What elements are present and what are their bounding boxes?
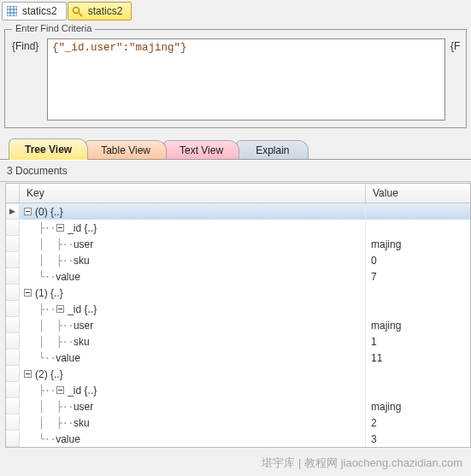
- row-key-cell[interactable]: └·· value: [20, 268, 366, 285]
- row-gutter[interactable]: [6, 350, 20, 366]
- tab-table-view[interactable]: Table View: [85, 140, 167, 159]
- top-tab-label: statics2: [88, 5, 123, 17]
- row-label: value: [56, 271, 80, 283]
- row-key-cell[interactable]: │├·· sku: [20, 252, 366, 268]
- tab-tree-view[interactable]: Tree View: [9, 138, 88, 160]
- collapse-icon[interactable]: [23, 369, 32, 379]
- svg-rect-0: [7, 6, 17, 16]
- row-key-cell[interactable]: ├·· _id {..}: [20, 382, 366, 398]
- table-row[interactable]: └·· value7: [6, 268, 470, 285]
- row-label: user: [74, 401, 93, 413]
- row-key-cell[interactable]: └·· value: [20, 350, 366, 366]
- row-gutter[interactable]: [6, 302, 20, 317]
- find-input[interactable]: {"_id.user":"majing"}: [47, 38, 445, 120]
- row-value-cell[interactable]: majing: [366, 320, 470, 332]
- document-count-status: 3 Documents: [0, 160, 471, 182]
- top-tab-statics2-1[interactable]: statics2: [2, 2, 67, 21]
- tab-explain[interactable]: Explain: [236, 140, 309, 159]
- row-gutter[interactable]: [6, 334, 20, 350]
- row-gutter[interactable]: [6, 432, 20, 447]
- row-key-cell[interactable]: └·· value: [20, 431, 366, 447]
- collapse-icon[interactable]: [56, 223, 65, 232]
- row-gutter[interactable]: [6, 220, 20, 236]
- row-label: sku: [74, 336, 90, 348]
- row-value-cell[interactable]: 2: [366, 417, 470, 429]
- row-key-cell[interactable]: ├·· _id {..}: [20, 220, 366, 236]
- row-label: (2) {..}: [35, 368, 63, 380]
- row-value-cell[interactable]: majing: [366, 401, 470, 413]
- table-row[interactable]: ▶(0) {..}: [6, 203, 470, 220]
- row-label: _id {..}: [68, 385, 97, 397]
- table-row[interactable]: ├·· _id {..}: [6, 301, 470, 317]
- tab-text-view[interactable]: Text View: [163, 140, 239, 159]
- svg-point-5: [74, 7, 79, 13]
- criteria-legend: Enter Find Criteria: [12, 23, 95, 33]
- row-gutter[interactable]: [6, 269, 20, 285]
- table-row[interactable]: ├·· _id {..}: [6, 382, 470, 398]
- row-label: (0) {..}: [35, 206, 63, 218]
- row-gutter[interactable]: [6, 285, 20, 301]
- row-value-cell[interactable]: 0: [366, 255, 470, 267]
- row-label: sku: [74, 255, 90, 267]
- row-key-cell[interactable]: (1) {..}: [20, 285, 366, 301]
- row-label: value: [56, 433, 80, 445]
- table-row[interactable]: └·· value3: [6, 431, 470, 447]
- find-label: {Find}: [12, 38, 42, 52]
- view-tab-bar: Tree View Table View Text View Explain: [0, 138, 471, 160]
- table-row[interactable]: (1) {..}: [6, 285, 470, 301]
- row-gutter[interactable]: [6, 367, 20, 382]
- row-gutter[interactable]: [6, 383, 20, 398]
- collapse-icon[interactable]: [23, 207, 32, 216]
- header-key[interactable]: Key: [20, 184, 366, 203]
- magnifier-icon: [72, 5, 84, 17]
- row-gutter[interactable]: [6, 399, 20, 414]
- row-gutter[interactable]: [6, 318, 20, 333]
- row-key-cell[interactable]: │├·· user: [20, 236, 366, 252]
- row-key-cell[interactable]: (2) {..}: [20, 366, 366, 382]
- row-gutter[interactable]: ▶: [6, 204, 20, 220]
- table-row[interactable]: │├·· usermajing: [6, 317, 470, 333]
- table-row[interactable]: └·· value11: [6, 350, 470, 366]
- row-key-cell[interactable]: │├·· sku: [20, 414, 366, 431]
- row-label: sku: [74, 417, 90, 429]
- row-value-cell[interactable]: 3: [366, 433, 470, 445]
- row-value-cell[interactable]: 11: [366, 352, 470, 364]
- row-key-cell[interactable]: │├·· user: [20, 317, 366, 333]
- table-row[interactable]: │├·· sku1: [6, 333, 470, 350]
- collapse-icon[interactable]: [23, 288, 32, 297]
- results-grid: Key Value ▶(0) {..}├·· _id {..}│├·· user…: [5, 183, 471, 448]
- header-value[interactable]: Value: [366, 184, 470, 203]
- top-tab-statics2-2[interactable]: statics2: [68, 2, 132, 21]
- grid-header: Key Value: [6, 184, 470, 203]
- row-value-cell[interactable]: majing: [366, 238, 470, 250]
- header-gutter: [6, 184, 20, 203]
- collapse-icon[interactable]: [56, 385, 65, 395]
- table-row[interactable]: (2) {..}: [6, 366, 470, 382]
- row-gutter[interactable]: [6, 253, 20, 268]
- row-label: _id {..}: [68, 222, 97, 234]
- row-key-cell[interactable]: (0) {..}: [20, 203, 366, 220]
- row-label: user: [74, 320, 93, 332]
- table-row[interactable]: │├·· usermajing: [6, 398, 470, 414]
- top-tab-bar: statics2 statics2: [0, 0, 471, 22]
- row-key-cell[interactable]: │├·· user: [20, 398, 366, 414]
- grid-icon: [6, 5, 18, 17]
- row-gutter[interactable]: [6, 415, 20, 431]
- row-label: (1) {..}: [35, 287, 63, 299]
- table-row[interactable]: │├·· sku0: [6, 252, 470, 268]
- table-row[interactable]: │├·· usermajing: [6, 236, 470, 252]
- row-label: _id {..}: [68, 303, 97, 315]
- table-row[interactable]: ├·· _id {..}: [6, 220, 470, 236]
- find-criteria-group: Enter Find Criteria {Find} {"_id.user":"…: [4, 29, 467, 128]
- row-label: user: [74, 238, 93, 250]
- collapse-icon[interactable]: [56, 304, 65, 314]
- svg-line-6: [79, 13, 82, 16]
- row-gutter[interactable]: [6, 237, 20, 252]
- row-value-cell[interactable]: 1: [366, 336, 470, 348]
- table-row[interactable]: │├·· sku2: [6, 414, 470, 431]
- row-key-cell[interactable]: │├·· sku: [20, 333, 366, 350]
- rows-container: ▶(0) {..}├·· _id {..}│├·· usermajing│├··…: [6, 203, 470, 447]
- row-value-cell[interactable]: 7: [366, 271, 470, 283]
- row-key-cell[interactable]: ├·· _id {..}: [20, 301, 366, 317]
- find-extra-label: {F: [450, 38, 459, 52]
